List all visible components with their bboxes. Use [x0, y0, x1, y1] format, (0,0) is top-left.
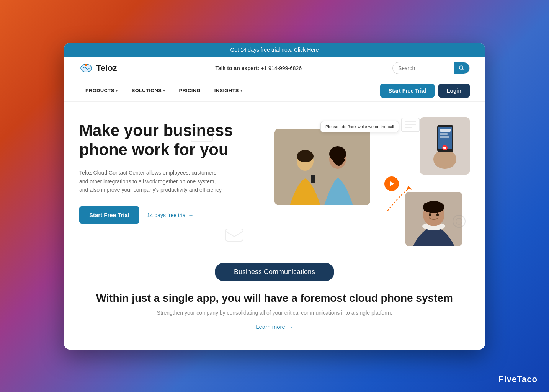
nav-item-insights[interactable]: INSIGHTS ▾ [208, 85, 248, 96]
deco-envelope-icon [190, 125, 213, 144]
header: Teloz Talk to an expert: +1 914-999-6826 [64, 57, 485, 80]
deco-arrow-icon [384, 184, 414, 215]
chevron-down-icon: ▾ [240, 88, 242, 93]
search-button[interactable] [454, 62, 469, 74]
hero-actions: Start Free Trial 14 days free trial → [79, 206, 263, 224]
hero-collage-area: Please add Jack while we on the call [263, 117, 470, 240]
nav-item-products[interactable]: PRODUCTS ▾ [79, 85, 124, 96]
svg-point-33 [456, 218, 462, 224]
svg-point-17 [433, 150, 456, 169]
nav-links: PRODUCTS ▾ SOLUTIONS ▾ PRICING INSIGHTS … [79, 85, 380, 96]
business-description: Strengthen your company by consolidating… [79, 310, 470, 316]
business-section: Business Communications Within just a si… [64, 247, 485, 350]
hero-title: Make your business phone work for you [79, 121, 263, 160]
search-input[interactable] [393, 63, 454, 74]
svg-line-3 [462, 69, 464, 70]
women-illustration [274, 129, 370, 205]
svg-rect-20 [440, 129, 451, 132]
hero-section: Make your business phone work for you Te… [64, 102, 485, 247]
hero-image-phone-hand [420, 117, 470, 175]
hero-left: Make your business phone work for you Te… [79, 117, 263, 240]
svg-point-30 [429, 213, 431, 216]
svg-rect-24 [443, 147, 446, 149]
watermark: FiveTaco [498, 374, 538, 384]
svg-rect-22 [440, 136, 449, 138]
nav-item-solutions[interactable]: SOLUTIONS ▾ [126, 85, 172, 96]
deco-chat-icon [225, 228, 244, 243]
start-free-trial-nav-button[interactable]: Start Free Trial [380, 84, 435, 98]
svg-rect-5 [225, 229, 243, 241]
phone-hand-illustration [420, 117, 470, 175]
logo-text: Teloz [96, 63, 117, 73]
announcement-bar[interactable]: Get 14 days free trial now. Click Here [64, 43, 485, 57]
chevron-down-icon: ▾ [163, 88, 165, 93]
svg-rect-4 [191, 128, 212, 142]
hero-description: Teloz Cloud Contact Center allows employ… [79, 168, 225, 194]
svg-marker-34 [407, 186, 412, 190]
logo-icon [79, 63, 93, 74]
svg-point-29 [423, 201, 444, 213]
svg-point-13 [297, 150, 314, 162]
logo[interactable]: Teloz [79, 63, 117, 74]
start-free-trial-hero-button[interactable]: Start Free Trial [79, 206, 139, 224]
hero-image-women [274, 129, 370, 205]
chevron-down-icon: ▾ [116, 88, 118, 93]
nav-item-pricing[interactable]: PRICING [173, 85, 207, 96]
login-button[interactable]: Login [438, 84, 470, 98]
speech-bubble: Please add Jack while we on the call [320, 121, 399, 132]
learn-more-link[interactable]: Learn more → [256, 323, 293, 330]
svg-point-32 [453, 215, 465, 227]
trial-link[interactable]: 14 days free trial → [147, 212, 193, 218]
search-icon [459, 65, 465, 71]
nav: PRODUCTS ▾ SOLUTIONS ▾ PRICING INSIGHTS … [64, 80, 485, 102]
deco-circle-icon [452, 214, 466, 228]
search-wrapper [392, 62, 470, 74]
svg-rect-15 [311, 175, 315, 183]
header-actions [392, 62, 470, 74]
business-title: Within just a single app, you will have … [79, 292, 470, 304]
svg-point-31 [436, 213, 439, 216]
deco-note-icon [401, 117, 420, 132]
svg-point-2 [459, 66, 463, 69]
svg-rect-21 [440, 133, 448, 135]
nav-cta: Start Free Trial Login [380, 84, 470, 98]
header-phone: Talk to an expert: +1 914-999-6826 [132, 65, 385, 71]
business-badge: Business Communications [215, 263, 334, 281]
svg-rect-10 [274, 129, 370, 205]
